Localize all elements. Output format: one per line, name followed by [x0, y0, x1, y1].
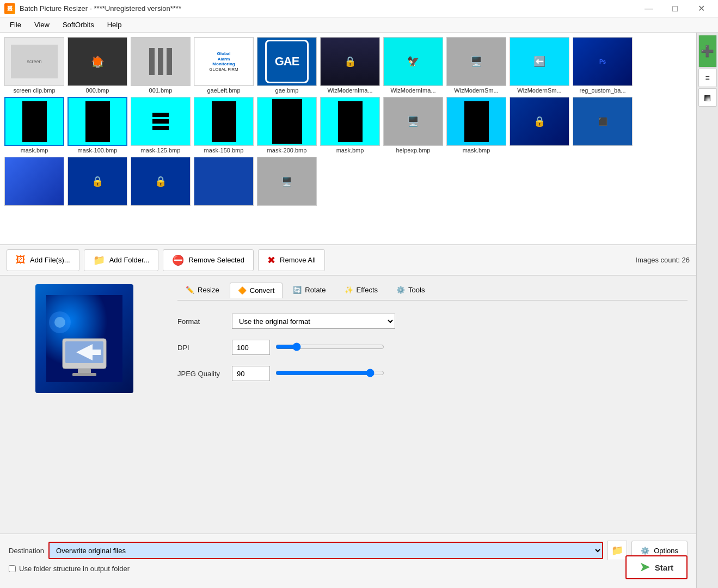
- rotate-tab-icon: 🔄: [293, 286, 302, 294]
- format-control: Use the original format BMP JPEG PNG TIF…: [232, 314, 450, 329]
- browse-folder-icon: 📁: [611, 544, 623, 556]
- gallery-item[interactable]: mask.bmp: [4, 97, 64, 154]
- tab-effects[interactable]: ✨ Effects: [336, 282, 386, 298]
- tab-convert[interactable]: 🔶 Convert: [230, 283, 283, 298]
- tab-resize[interactable]: ✏️ Resize: [177, 282, 228, 298]
- jpeg-quality-control: [232, 366, 450, 381]
- gallery-item[interactable]: 🖥️: [257, 157, 317, 207]
- dpi-slider[interactable]: [275, 342, 384, 351]
- list-view-button[interactable]: ≡: [698, 69, 717, 87]
- gallery-item[interactable]: [194, 157, 254, 207]
- destination-select[interactable]: Overwrite original files Save to folder …: [50, 543, 602, 558]
- remove-all-button[interactable]: ✖ Remove All: [258, 249, 325, 271]
- options-gear-icon: ⚙️: [641, 547, 649, 555]
- window-controls: — □ ✕: [636, 0, 714, 17]
- folder-structure-row: Use folder structure in output folder: [9, 565, 688, 573]
- gallery-item[interactable]: mask-100.bmp: [67, 97, 127, 154]
- gallery-item[interactable]: ⬛: [573, 97, 633, 154]
- minimize-button[interactable]: —: [636, 0, 661, 17]
- content-area: screen screen clip.bmp 🏠 000.bmp: [0, 33, 696, 588]
- jpeg-quality-row: JPEG Quality: [177, 366, 688, 381]
- main-container: screen screen clip.bmp 🏠 000.bmp: [0, 33, 718, 588]
- gallery-item[interactable]: mask-125.bmp: [131, 97, 191, 154]
- tab-rotate[interactable]: 🔄 Rotate: [285, 282, 334, 298]
- svg-point-7: [54, 317, 65, 328]
- right-sidebar: ➕ ≡ ▦: [696, 33, 718, 588]
- destination-bar: Destination Overwrite original files Sav…: [0, 534, 696, 588]
- jpeg-quality-label: JPEG Quality: [177, 370, 232, 378]
- gallery-item[interactable]: 🖥️ WizModernSm...: [446, 37, 506, 94]
- jpeg-quality-input[interactable]: [232, 366, 270, 381]
- preview-area: [0, 275, 169, 534]
- dpi-label: DPI: [177, 344, 232, 352]
- convert-panel: Format Use the original format BMP JPEG …: [177, 309, 688, 396]
- gallery-item[interactable]: 🔒: [67, 157, 127, 207]
- rotate-tab-label: Rotate: [305, 286, 326, 294]
- gallery-item[interactable]: mask-150.bmp: [194, 97, 254, 154]
- gallery-item[interactable]: [4, 157, 64, 207]
- add-folder-button[interactable]: 📁 Add Folder...: [84, 249, 159, 271]
- gallery-item[interactable]: 🔒: [510, 97, 569, 154]
- tab-tools[interactable]: ⚙️ Tools: [388, 282, 433, 298]
- bottom-section: ✏️ Resize 🔶 Convert 🔄 Rotate ✨: [0, 275, 696, 588]
- gallery-item[interactable]: 🏠 000.bmp: [67, 37, 127, 94]
- effects-tab-label: Effects: [357, 286, 378, 294]
- start-button[interactable]: ➤ Start: [625, 555, 688, 579]
- destination-label: Destination: [9, 547, 44, 555]
- jpeg-slider-container: [275, 369, 384, 379]
- menu-help[interactable]: Help: [102, 19, 127, 31]
- dpi-control: [232, 340, 450, 355]
- dpi-input[interactable]: [232, 340, 270, 355]
- image-gallery[interactable]: screen screen clip.bmp 🏠 000.bmp: [0, 33, 696, 245]
- preview-image: [35, 284, 133, 393]
- tabs-bar: ✏️ Resize 🔶 Convert 🔄 Rotate ✨: [177, 282, 688, 301]
- convert-tab-label: Convert: [250, 286, 275, 295]
- menu-file[interactable]: File: [4, 19, 27, 31]
- gallery-grid: screen screen clip.bmp 🏠 000.bmp: [0, 33, 696, 211]
- gallery-item[interactable]: 🔒 WizModernIma...: [320, 37, 380, 94]
- add-files-button[interactable]: 🖼 Add File(s)...: [7, 249, 79, 271]
- folder-structure-checkbox[interactable]: [9, 565, 16, 572]
- gallery-item[interactable]: 001.bmp: [131, 37, 191, 94]
- grid-view-button[interactable]: ▦: [698, 88, 717, 107]
- maximize-button[interactable]: □: [662, 0, 688, 17]
- folder-structure-label: Use folder structure in output folder: [19, 565, 130, 573]
- start-label: Start: [655, 563, 673, 572]
- menubar: File View SoftOrbits Help: [0, 17, 718, 33]
- tools-tab-icon: ⚙️: [396, 286, 405, 294]
- remove-selected-icon: ⛔: [172, 254, 184, 266]
- remove-selected-button[interactable]: ⛔ Remove Selected: [163, 249, 254, 271]
- format-select[interactable]: Use the original format BMP JPEG PNG TIF…: [232, 314, 395, 329]
- resize-tab-label: Resize: [198, 286, 219, 294]
- browse-folder-button[interactable]: 📁: [607, 541, 627, 560]
- gallery-item[interactable]: 🖥️ helpexp.bmp: [383, 97, 443, 154]
- destination-row: Destination Overwrite original files Sav…: [9, 541, 688, 560]
- format-row: Format Use the original format BMP JPEG …: [177, 314, 688, 329]
- gallery-item[interactable]: mask.bmp: [446, 97, 506, 154]
- add-to-queue-button[interactable]: ➕: [698, 35, 717, 68]
- remove-all-label: Remove All: [280, 256, 316, 264]
- remove-all-icon: ✖: [267, 254, 275, 266]
- add-folder-icon: 📁: [93, 254, 105, 266]
- jpeg-slider[interactable]: [275, 369, 384, 377]
- gallery-item[interactable]: Ps reg_custom_ba...: [573, 37, 633, 94]
- convert-tab-icon: 🔶: [238, 286, 247, 295]
- destination-input-wrapper: Overwrite original files Save to folder …: [48, 542, 603, 559]
- start-arrow-icon: ➤: [640, 560, 649, 574]
- dpi-row: DPI: [177, 340, 688, 355]
- gallery-item[interactable]: GlobalAlarmMonitoring GLOBAL FIRM gaeLef…: [194, 37, 254, 94]
- tools-tab-label: Tools: [408, 286, 425, 294]
- add-files-label: Add File(s)...: [30, 256, 70, 264]
- gallery-item[interactable]: 🦅 WizModernIma...: [383, 37, 443, 94]
- titlebar-left: 🖼 Batch Picture Resizer - ****Unregister…: [4, 3, 181, 14]
- gallery-item[interactable]: mask-200.bmp: [257, 97, 317, 154]
- menu-softorbits[interactable]: SoftOrbits: [57, 19, 100, 31]
- dpi-slider-container: [275, 342, 384, 353]
- gallery-item[interactable]: GAE gae.bmp: [257, 37, 317, 94]
- gallery-item[interactable]: mask.bmp: [320, 97, 380, 154]
- menu-view[interactable]: View: [29, 19, 55, 31]
- gallery-item[interactable]: ⬅️ WizModernSm...: [510, 37, 569, 94]
- gallery-item[interactable]: 🔒: [131, 157, 191, 207]
- gallery-item[interactable]: screen screen clip.bmp: [4, 37, 64, 94]
- close-button[interactable]: ✕: [689, 0, 714, 17]
